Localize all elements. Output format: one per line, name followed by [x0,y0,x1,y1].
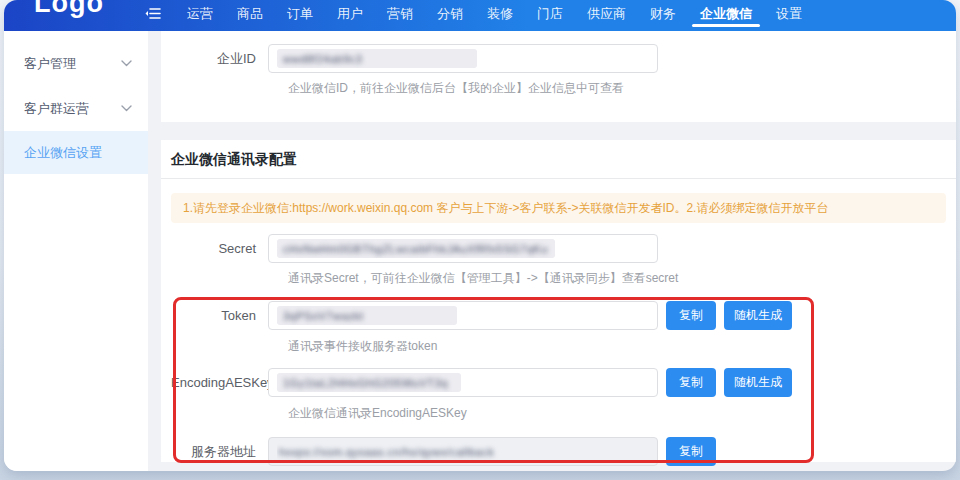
nav-item-settings[interactable]: 设置 [774,0,804,31]
section-gap [161,122,956,140]
sidebar-item-label: 客户群运营 [24,100,121,118]
nav-item-decoration[interactable]: 装修 [485,0,515,31]
top-menu: 运营 商品 订单 用户 营销 分销 装修 门店 供应商 财务 企业微信 设置 [145,0,804,31]
menu-fold-icon[interactable] [145,0,161,31]
nav-item-users[interactable]: 用户 [335,0,365,31]
token-label: Token [171,308,268,323]
corp-id-input[interactable]: wwd8f24ab9c3 [268,44,658,73]
server-url-input: hxxps://xsm.qysaas.cn/hs/qywx/callback [268,437,658,466]
encoding-aes-key-row: EncodingAESKey 1Gy1taL2HHxGhG205WuVT3q 复… [171,368,946,397]
token-help-text: 通讯录事件接收服务器token [288,339,946,354]
token-input[interactable]: 3qPSoV7wazkt [268,301,658,330]
nav-item-stores[interactable]: 门店 [535,0,565,31]
redacted-value: hxxps://xsm.qysaas.cn/hs/qywx/callback [277,442,577,461]
redacted-value: cHxNwHm0GBThgZLwcaibFhkJAuXfRfx5SG7qKu [277,239,555,258]
encoding-aes-key-input[interactable]: 1Gy1taL2HHxGhG205WuVT3q [268,368,658,397]
notice-banner: 1.请先登录企业微信:https://work.weixin.qq.com 客户… [171,193,946,223]
app-window: Logo 运营 商品 订单 用户 营销 分销 装修 门店 供应商 财务 企业微信… [4,0,956,471]
sidebar-item-wecom-settings[interactable]: 企业微信设置 [4,131,148,174]
sidebar: 客户管理 客户群运营 企业微信设置 [4,31,148,471]
token-copy-button[interactable]: 复制 [666,301,716,330]
corp-id-help-text: 企业微信ID，前往企业微信后台【我的企业】企业信息中可查看 [288,81,946,96]
token-random-generate-button[interactable]: 随机生成 [724,301,792,330]
nav-item-orders[interactable]: 订单 [285,0,315,31]
corp-id-row: 企业ID wwd8f24ab9c3 [171,31,946,73]
secret-row: Secret cHxNwHm0GBThgZLwcaibFhkJAuXfRfx5S… [171,234,946,263]
server-url-copy-button[interactable]: 复制 [666,437,716,466]
aes-key-random-generate-button[interactable]: 随机生成 [724,368,792,397]
chevron-down-icon [121,60,132,67]
secret-help-text: 通讯录Secret，可前往企业微信【管理工具】->【通讯录同步】查看secret [288,271,946,286]
corp-id-section: 企业ID wwd8f24ab9c3 企业微信ID，前往企业微信后台【我的企业】企… [161,31,956,122]
nav-item-distribution[interactable]: 分销 [435,0,465,31]
nav-item-operations[interactable]: 运营 [185,0,215,31]
secret-label: Secret [171,241,268,256]
aes-key-copy-button[interactable]: 复制 [666,368,716,397]
encoding-aes-key-help-text: 企业微信通讯录EncodingAESKey [288,406,946,421]
token-row: Token 3qPSoV7wazkt 复制 随机生成 [171,301,946,330]
server-url-row: 服务器地址 hxxps://xsm.qysaas.cn/hs/qywx/call… [171,437,946,466]
sidebar-item-customer-management[interactable]: 客户管理 [4,41,148,86]
secret-input[interactable]: cHxNwHm0GBThgZLwcaibFhkJAuXfRfx5SG7qKu [268,234,658,263]
sidebar-item-label: 企业微信设置 [24,144,132,162]
divider [161,178,956,179]
redacted-value: 3qPSoV7wazkt [277,306,457,325]
nav-item-wecom[interactable]: 企业微信 [698,0,754,31]
nav-item-finance[interactable]: 财务 [648,0,678,31]
top-navbar: Logo 运营 商品 订单 用户 营销 分销 装修 门店 供应商 财务 企业微信… [4,0,956,31]
contacts-config-section: 企业微信通讯录配置 1.请先登录企业微信:https://work.weixin… [161,140,956,462]
nav-item-goods[interactable]: 商品 [235,0,265,31]
encoding-aes-key-label: EncodingAESKey [171,375,268,390]
sidebar-item-customer-group-ops[interactable]: 客户群运营 [4,86,148,131]
redacted-value: wwd8f24ab9c3 [277,49,477,68]
app-logo: Logo [34,0,104,19]
chevron-down-icon [121,105,132,112]
nav-item-suppliers[interactable]: 供应商 [585,0,628,31]
redacted-value: 1Gy1taL2HHxGhG205WuVT3q [277,373,461,392]
corp-id-label: 企业ID [171,50,268,68]
section-title: 企业微信通讯录配置 [171,149,946,169]
sidebar-item-label: 客户管理 [24,55,121,73]
server-url-label: 服务器地址 [171,443,268,461]
main-content: 企业ID wwd8f24ab9c3 企业微信ID，前往企业微信后台【我的企业】企… [161,31,956,471]
nav-item-marketing[interactable]: 营销 [385,0,415,31]
